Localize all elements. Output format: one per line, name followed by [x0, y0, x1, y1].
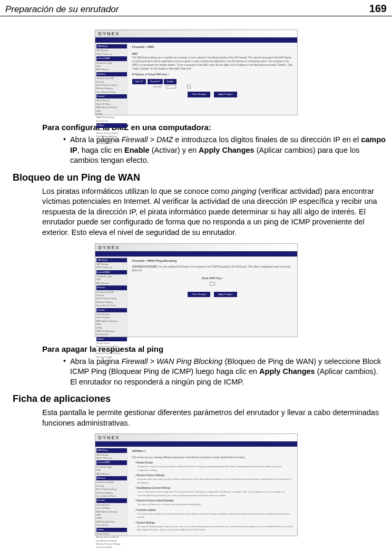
panel-title: Firewall > DMZ [132, 45, 293, 50]
utilities-screenshot: DYNEX LAN Setup LAN Settings DHCP Client… [95, 433, 298, 536]
config-dmz-title: Para configurar la DMZ en una computador… [42, 123, 386, 132]
panel-desc: The DMZ feature allows you to specify on… [132, 56, 293, 71]
dmz-screenshot: DYNEX LAN Setup LAN Settings DHCP Client… [95, 29, 298, 115]
apply-changes-button[interactable]: Apply Changes [214, 92, 237, 97]
wan-ping-screenshot: DYNEX LAN Setup LAN Settings DHCP Client… [95, 243, 298, 337]
bullet-dot: • [63, 135, 66, 166]
table-label: IP Address of Virtual DMZ Host > [132, 73, 293, 76]
apply-changes-button[interactable]: Apply Changes [214, 292, 237, 297]
page-number: 169 [369, 3, 387, 15]
clear-changes-button[interactable]: Clear Changes [188, 292, 210, 297]
ping-response-title: Para apagar la respuesta al ping [42, 344, 386, 353]
header-title: Preparación de su enrutador [5, 4, 119, 15]
sidebar: LAN Setup LAN Settings DHCP Client List … [95, 43, 128, 115]
apps-tab-heading: Ficha de aplicaciones [13, 393, 386, 405]
logo: DYNEX [95, 30, 297, 37]
panel-subtitle: DMZ [132, 52, 293, 56]
ping-response-bullet: Abra la página Firewall > WAN Ping Block… [70, 357, 386, 388]
wan-block-para: Los piratas informáticos utilizan lo que… [42, 186, 380, 238]
wan-block-heading: Bloqueo de un Ping de WAN [13, 172, 386, 183]
clear-changes-button[interactable]: Clear Changes [188, 92, 210, 97]
apps-tab-para: Esta pantalla le permite gestionar difer… [42, 408, 380, 428]
